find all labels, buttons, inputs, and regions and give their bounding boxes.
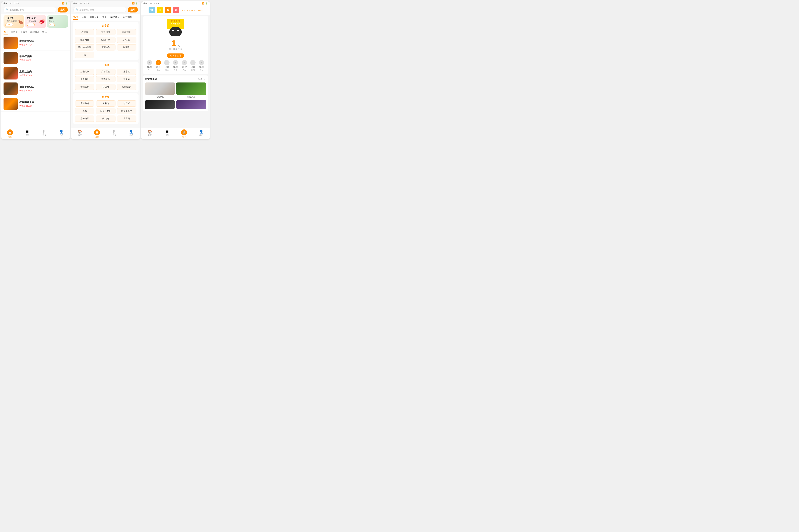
cat-item-suancaiyu[interactable]: 酸菜鱼 (117, 44, 137, 51)
day-num-1: 12.23 (147, 66, 152, 68)
mine-icon-2: 👤 (129, 130, 133, 134)
nav-home-1[interactable]: 🏠 首页 (1, 130, 18, 138)
status-icons-1: 📶 🔋 (62, 2, 68, 4)
nav-category-3[interactable]: ☰ 分类 (159, 130, 176, 138)
tab-hot-1[interactable]: 热门 (3, 30, 8, 34)
cat-item-xhsjidan[interactable]: 西红柿炒鸡蛋 (75, 44, 94, 51)
food-item-4[interactable]: 鹌鹑蛋红烧肉 ❤ 收藏 1055次 (1, 81, 70, 96)
cat-item-kaojichi[interactable]: 烤鸡翅 (96, 116, 115, 122)
nav-mine-1[interactable]: 👤 我的 (53, 130, 70, 138)
cat-item-tang[interactable]: 汤 (75, 52, 94, 58)
day-item-1[interactable]: ✓ 12.23 周一 (146, 60, 153, 71)
day-item-5[interactable]: ✓ 12.27 周五 (180, 60, 188, 71)
cat-item-hongshaoqiezi[interactable]: 红烧茄子 (117, 84, 137, 90)
day-item-2[interactable]: ✓ 12.24 今天 (154, 60, 162, 71)
category-tabs-1: 热门 家常菜 下饭菜 减肥食谱 烘焙 (1, 29, 70, 35)
food-item-3[interactable]: 土豆红烧肉 ❤ 收藏 1584次 (1, 66, 70, 81)
cat-item-jiachang2[interactable]: 家常菜 (117, 69, 137, 75)
cat-item-shuizhuroupian[interactable]: 水煮肉片 (75, 76, 94, 82)
cat-item-liangbanhuanggua[interactable]: 凉拌黄瓜 (96, 76, 115, 82)
days-display: 1 天 (171, 39, 180, 48)
recipe-card-1[interactable]: 清蒸鲈鱼 (145, 82, 175, 99)
status-icons-3: 📶 🔋 (202, 2, 208, 4)
cat-item-hongshaopaigua[interactable]: 红烧排骨 (96, 37, 115, 43)
search-input-2[interactable]: 🔍 搜索食材、菜谱 (73, 7, 126, 13)
day-item-3[interactable]: ✓ 12.25 周三 (163, 60, 171, 71)
food-item-2[interactable]: 板栗红烧肉 ❤ 收藏 392次 (1, 51, 70, 66)
cat-item-suanlatudousi[interactable]: 酸辣土豆丝 (117, 108, 137, 114)
tab-baking-1[interactable]: 烘焙 (42, 30, 47, 34)
cat-item-disanxian[interactable]: 地三鲜 (117, 100, 137, 107)
nav-checkin-label-1: 打卡 (42, 134, 46, 136)
banner-card-2[interactable]: 热门菜谱 大家都在做 GO→ 🥩 (25, 15, 46, 27)
recipes-grid: 清蒸鲈鱼 清炒扁豆 (145, 82, 206, 99)
tab-ricedish-1[interactable]: 下饭菜 (21, 30, 28, 34)
nav-category-2[interactable]: ☰ 分类 (89, 130, 106, 138)
cat-item-jingjiangroupian[interactable]: 京酱肉丝 (75, 116, 94, 122)
cat-item-hongshaorou[interactable]: 红烧肉 (75, 29, 94, 35)
nav-checkin-1[interactable]: 🍴 打卡 (36, 130, 53, 138)
nav-checkin-3[interactable]: 🍴 打卡 (176, 130, 193, 138)
checkin-status[interactable]: 今日已签到 (167, 54, 184, 58)
nav-category-1[interactable]: ☰ 分类 (18, 130, 36, 138)
top-tab-staple[interactable]: 主食 (102, 15, 107, 20)
day-check-6: ✓ (190, 60, 196, 65)
nav-home-2[interactable]: 🏠 首页 (71, 130, 88, 138)
banner-go-2[interactable]: GO→ (27, 23, 35, 26)
refresh-button[interactable]: ↻ 换一批 (198, 78, 206, 80)
top-tab-cuisine[interactable]: 菜式菜系 (110, 15, 120, 20)
nav-home-3[interactable]: 🏠 首页 (141, 130, 159, 138)
nav-mine-3[interactable]: 👤 我的 (193, 130, 210, 138)
day-item-4[interactable]: ✓ 12.26 周四 (171, 60, 180, 71)
cat-item-huiguorou[interactable]: 回锅肉 (96, 84, 115, 90)
banner-card-3[interactable]: 减脂 坚持做 GO (47, 15, 68, 27)
banner-go-3[interactable]: GO (49, 23, 55, 26)
cat-item-youmendaxia[interactable]: 油焖大虾 (75, 69, 94, 75)
day-item-7[interactable]: ✓ 12.29 周日 (198, 60, 205, 71)
category-icon-3: ☰ (165, 130, 169, 134)
notebook-holes (171, 20, 180, 22)
cat-item-malalongxia[interactable]: 麻辣小龙虾 (96, 108, 115, 114)
top-tab-seafood[interactable]: 水产海鱼 (123, 15, 132, 20)
cat-item-tangculiji[interactable]: 糖醋里脊 (75, 84, 94, 90)
cat-item-huangmenji[interactable]: 黄焖鸡 (96, 100, 115, 107)
top-tab-veg[interactable]: 蔬菜 (81, 15, 86, 20)
cat-item-gongbaojiding[interactable]: 宫保鸡丁 (117, 37, 137, 43)
cat-item-yuxiangrousi[interactable]: 鱼香肉丝 (75, 37, 94, 43)
cat-item-kelejichi[interactable]: 可乐鸡翅 (96, 29, 115, 35)
nav-home-label-2: 首页 (78, 134, 82, 136)
refresh-icon: ↻ (198, 78, 200, 80)
food-item-5[interactable]: 红烧肉炖土豆 ❤ 收藏 1193次 (1, 96, 70, 112)
food-item-1[interactable]: 家常版红烧肉 ❤ 收藏 1901次 (1, 35, 70, 51)
search-button-1[interactable]: 搜索 (58, 7, 68, 13)
banner-go-1[interactable]: GO→ (5, 23, 13, 26)
recipe-card-3[interactable] (145, 100, 175, 109)
cat-item-qingzhengluyu[interactable]: 清蒸鲈鱼 (96, 44, 115, 51)
top-tab-hot[interactable]: 热门 (73, 15, 78, 20)
day-item-6[interactable]: ✓ 12.28 周六 (189, 60, 197, 71)
home-icon-2: 🏠 (78, 130, 82, 134)
day-num-4: 12.26 (173, 66, 178, 68)
cat-item-malalangguo[interactable]: 麻辣香锅 (75, 100, 94, 107)
search-icon-1: 🔍 (6, 8, 8, 11)
cat-item-tudouni[interactable]: 土豆泥 (117, 116, 137, 122)
nav-checkin-2[interactable]: 🍴 打卡 (106, 130, 123, 138)
cat-item-xiafancai[interactable]: 下饭菜 (117, 76, 137, 82)
panel-category: 中午12:41 | 0.7K/s 📶 🔋 🔍 搜索食材、菜谱 搜索 热门 蔬菜 … (71, 1, 140, 139)
nav-home-label-1: 首页 (8, 136, 12, 138)
cat-item-tangcupaigu[interactable]: 糖醋排骨 (117, 29, 137, 35)
recipe-card-2[interactable]: 清炒扁豆 (176, 82, 206, 99)
banner-card-1[interactable]: 三餐饮食 一日三餐健康食 GO→ 🍗 (3, 15, 24, 27)
tab-diet-1[interactable]: 减肥食谱 (30, 30, 39, 34)
tab-homecooking-1[interactable]: 家常菜 (11, 30, 18, 34)
recipe-card-4[interactable] (176, 100, 206, 109)
sign-char-qian: 签 (165, 7, 171, 13)
search-button-2[interactable]: 搜索 (128, 7, 138, 13)
checkin-main-card: 本周已签到 1 天 每日吃饭打卡 今日已签到 ✓ (143, 16, 208, 74)
nav-mine-2[interactable]: 👤 我的 (123, 130, 140, 138)
top-tab-meat[interactable]: 肉类大全 (90, 15, 99, 20)
nav-checkin-label-2: 打卡 (112, 134, 116, 136)
search-input-1[interactable]: 🔍 搜索食材、菜谱 (3, 7, 56, 13)
cat-item-doufu[interactable]: 豆腐 (75, 108, 94, 114)
cat-item-mapodoufu[interactable]: 麻婆豆腐 (96, 69, 115, 75)
